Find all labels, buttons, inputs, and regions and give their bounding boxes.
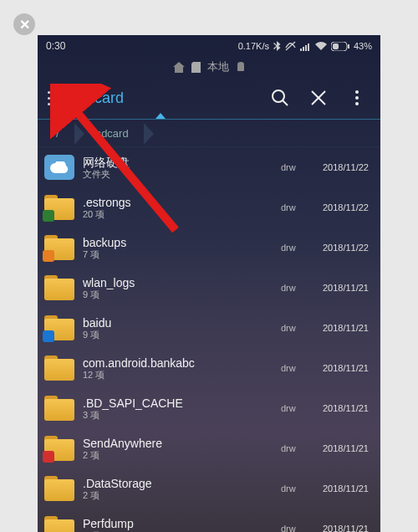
item-perm: drw: [281, 243, 314, 253]
item-sub: 2 项: [83, 490, 273, 501]
item-perm: drw: [281, 483, 314, 494]
item-name: wlan_logs: [83, 276, 273, 289]
folder-icon: [44, 275, 74, 300]
item-main: SendAnywhere 2 项: [83, 437, 273, 461]
title-label: 本地: [207, 59, 229, 74]
svg-rect-2: [303, 47, 304, 51]
list-item[interactable]: 网络硬盘 文件夹 drw 2018/11/22: [38, 147, 380, 187]
status-netspeed: 0.17K/s: [238, 41, 269, 51]
item-name: Perfdump: [83, 517, 273, 530]
folder-icon: [44, 476, 74, 501]
breadcrumb-current[interactable]: sdcard: [78, 120, 147, 146]
item-sub: 7 项: [83, 249, 273, 260]
cloud-icon: [44, 155, 74, 180]
item-date: 2018/11/22: [323, 243, 369, 253]
phone-frame: 0:30 0.17K/s 43% 本地 sdcard: [38, 35, 380, 532]
folder-icon: [44, 436, 74, 461]
list-item[interactable]: Perfdump 0 项 drw 2018/11/21: [38, 509, 380, 532]
item-date: 2018/11/22: [323, 202, 369, 212]
item-name: SendAnywhere: [83, 437, 273, 450]
battery-icon: [331, 42, 349, 51]
svg-rect-7: [348, 44, 349, 49]
toolbar: sdcard: [38, 77, 380, 119]
item-main: Perfdump 0 项: [83, 517, 273, 532]
item-perm: drw: [281, 283, 314, 293]
svg-point-9: [237, 62, 244, 67]
item-main: backups 7 项: [83, 236, 273, 260]
item-main: .estrongs 20 项: [83, 196, 273, 220]
item-date: 2018/11/21: [323, 323, 369, 333]
title-strip: 本地: [38, 57, 380, 77]
item-perm: drw: [281, 524, 314, 532]
item-main: 网络硬盘 文件夹: [83, 156, 273, 180]
item-name: baidu: [83, 316, 273, 330]
mute-icon: [285, 41, 296, 51]
wifi-icon: [315, 42, 327, 51]
item-sub: 2 项: [83, 450, 273, 461]
menu-list-icon[interactable]: [48, 91, 67, 105]
folder-icon: [44, 356, 74, 381]
item-name: backups: [83, 236, 273, 249]
status-time: 0:30: [46, 40, 65, 52]
item-date: 2018/11/21: [323, 283, 369, 293]
list-item[interactable]: SendAnywhere 2 项 drw 2018/11/21: [38, 428, 380, 468]
breadcrumb: / sdcard: [38, 119, 380, 147]
item-main: .DataStorage 2 项: [83, 477, 273, 501]
status-battery: 43%: [354, 41, 372, 51]
item-name: .estrongs: [83, 196, 273, 209]
item-sub: 9 项: [83, 330, 273, 340]
item-perm: drw: [281, 443, 314, 453]
item-name: com.android.bankabc: [83, 356, 273, 370]
tab-label-text: sdcard: [79, 90, 124, 106]
status-bar: 0:30 0.17K/s 43%: [38, 35, 380, 57]
page-close-icon[interactable]: ✕: [13, 13, 35, 35]
file-list[interactable]: 网络硬盘 文件夹 drw 2018/11/22 .estrongs 20 项 d…: [38, 147, 380, 532]
list-item[interactable]: wlan_logs 9 项 drw 2018/11/21: [38, 268, 380, 308]
item-sub: 3 项: [83, 410, 273, 421]
signal-icon: [300, 42, 311, 51]
folder-icon: [44, 235, 74, 260]
svg-point-16: [355, 102, 359, 105]
svg-rect-1: [300, 49, 302, 51]
item-date: 2018/11/21: [323, 403, 369, 413]
list-item[interactable]: .estrongs 20 项 drw 2018/11/22: [38, 187, 380, 228]
svg-rect-3: [305, 45, 307, 51]
android-icon: [236, 62, 246, 73]
svg-point-14: [355, 90, 359, 94]
svg-line-11: [283, 100, 288, 105]
item-sub: 20 项: [83, 209, 273, 220]
list-item[interactable]: .DataStorage 2 项 drw 2018/11/21: [38, 468, 380, 509]
svg-rect-6: [333, 43, 339, 49]
svg-point-10: [273, 90, 284, 102]
breadcrumb-root[interactable]: /: [38, 120, 78, 146]
item-date: 2018/11/21: [323, 363, 369, 373]
search-icon[interactable]: [267, 84, 293, 111]
svg-rect-4: [308, 43, 309, 51]
folder-icon: [44, 195, 74, 220]
folder-icon: [44, 396, 74, 421]
bluetooth-icon: [273, 41, 281, 51]
close-icon[interactable]: [305, 84, 332, 111]
item-date: 2018/11/21: [323, 483, 369, 494]
item-perm: drw: [281, 323, 314, 333]
item-sub: 12 项: [83, 370, 273, 381]
item-name: .BD_SAPI_CACHE: [83, 396, 273, 410]
tab-sdcard[interactable]: sdcard: [79, 90, 124, 107]
item-perm: drw: [281, 363, 314, 373]
sdcard-header-icon: [191, 62, 201, 73]
item-sub: 文件夹: [83, 169, 273, 180]
list-item[interactable]: com.android.bankabc 12 项 drw 2018/11/21: [38, 348, 380, 388]
list-item[interactable]: backups 7 项 drw 2018/11/22: [38, 228, 380, 268]
item-perm: drw: [281, 403, 314, 413]
more-icon[interactable]: [344, 84, 370, 111]
item-main: com.android.bankabc 12 项: [83, 356, 273, 381]
item-name: .DataStorage: [83, 477, 273, 490]
list-item[interactable]: .BD_SAPI_CACHE 3 项 drw 2018/11/21: [38, 388, 380, 428]
item-main: baidu 9 项: [83, 316, 273, 340]
item-perm: drw: [281, 202, 314, 212]
folder-icon: [44, 315, 74, 340]
status-right: 0.17K/s 43%: [238, 41, 372, 51]
item-main: wlan_logs 9 项: [83, 276, 273, 300]
list-item[interactable]: baidu 9 项 drw 2018/11/21: [38, 308, 380, 348]
item-date: 2018/11/21: [323, 524, 369, 532]
